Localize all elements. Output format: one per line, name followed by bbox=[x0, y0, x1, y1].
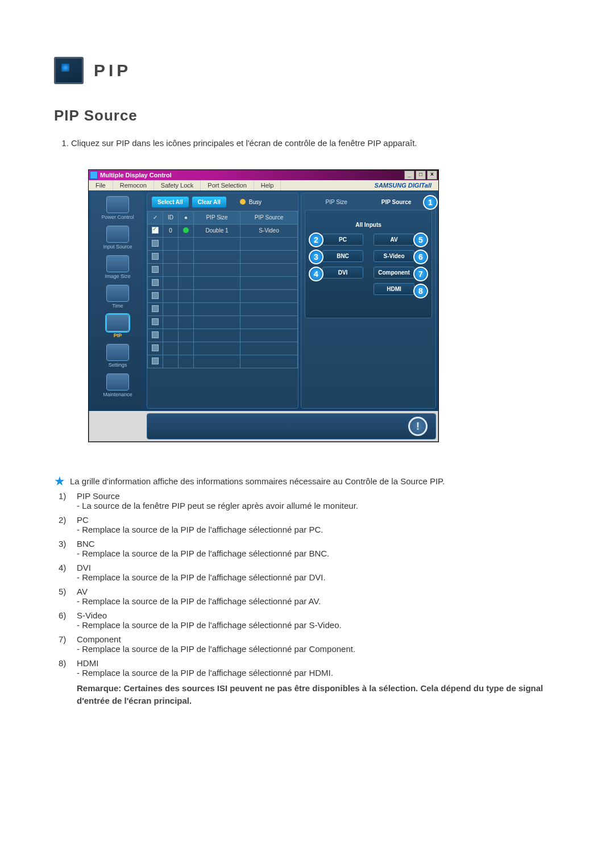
power-icon bbox=[106, 196, 129, 213]
col-check[interactable]: ✓ bbox=[148, 211, 163, 224]
row-pipsize: Double 1 bbox=[194, 224, 240, 237]
row-checkbox[interactable] bbox=[152, 266, 159, 273]
footer-panel: ! bbox=[147, 413, 436, 439]
row-checkbox[interactable] bbox=[152, 331, 159, 338]
av-button[interactable]: AV bbox=[374, 234, 414, 246]
row-pipsource: S-Video bbox=[240, 224, 298, 237]
sidebar-item-settings[interactable]: Settings bbox=[91, 344, 144, 368]
table-row bbox=[148, 263, 298, 276]
brand-label: SAMSUNG DIGITall bbox=[368, 180, 438, 190]
pip-source-panel: PIP Size PIP Source 1 All Inputs PC AV B… bbox=[301, 193, 436, 409]
table-row bbox=[148, 276, 298, 289]
row-checkbox[interactable] bbox=[152, 279, 159, 286]
col-id: ID bbox=[163, 211, 179, 224]
col-status: ● bbox=[179, 211, 194, 224]
list-item: 6)S-Video - Remplace la source de la PIP… bbox=[59, 610, 563, 630]
table-row: 0 Double 1 S-Video bbox=[148, 224, 298, 237]
row-checkbox[interactable] bbox=[152, 292, 159, 299]
maximize-button[interactable]: □ bbox=[416, 171, 426, 180]
clear-all-button[interactable]: Clear All bbox=[192, 197, 226, 207]
titlebar: Multiple Display Control _ □ × bbox=[89, 170, 438, 180]
svideo-button[interactable]: S-Video bbox=[374, 250, 414, 262]
time-icon bbox=[106, 285, 129, 302]
sidebar-item-maintenance[interactable]: Maintenance bbox=[91, 373, 144, 397]
info-icon[interactable]: ! bbox=[408, 417, 428, 436]
callout-6: 6 bbox=[413, 250, 428, 264]
callout-2: 2 bbox=[309, 232, 323, 247]
menu-file[interactable]: File bbox=[89, 180, 113, 190]
all-inputs-label: All Inputs bbox=[311, 222, 426, 228]
dvi-button[interactable]: DVI bbox=[322, 267, 363, 279]
display-table: ✓ ID ● PIP Size PIP Source 0 Double 1 S-… bbox=[147, 211, 298, 368]
row-checkbox[interactable] bbox=[152, 227, 159, 234]
row-checkbox[interactable] bbox=[152, 240, 159, 247]
busy-icon bbox=[240, 199, 246, 205]
table-row bbox=[148, 329, 298, 342]
sidebar-item-time[interactable]: Time bbox=[91, 285, 144, 309]
row-checkbox[interactable] bbox=[152, 358, 159, 364]
mdc-window: Multiple Display Control _ □ × File Remo… bbox=[88, 169, 439, 442]
callout-1: 1 bbox=[423, 195, 438, 210]
tab-pip-source[interactable]: PIP Source bbox=[381, 199, 412, 205]
tab-pip-size[interactable]: PIP Size bbox=[326, 199, 347, 205]
list-item: 2)PC - Remplace la source de la PIP de l… bbox=[59, 515, 563, 534]
sidebar-item-input[interactable]: Input Source bbox=[91, 226, 144, 250]
menu-help[interactable]: Help bbox=[254, 180, 281, 190]
row-checkbox[interactable] bbox=[152, 253, 159, 260]
hdmi-button[interactable]: HDMI bbox=[374, 283, 414, 295]
row-id: 0 bbox=[163, 224, 179, 237]
sidebar-item-imagesize[interactable]: Image Size bbox=[91, 255, 144, 279]
col-pipsize: PIP Size bbox=[194, 211, 240, 224]
callout-3: 3 bbox=[309, 250, 323, 264]
callout-5: 5 bbox=[413, 232, 428, 247]
app-icon bbox=[90, 171, 98, 179]
busy-label: Busy bbox=[249, 199, 262, 205]
star-text: La grille d'information affiche des info… bbox=[70, 476, 445, 487]
page-title: PIP bbox=[94, 61, 131, 80]
imagesize-icon bbox=[106, 255, 129, 272]
pip-icon bbox=[106, 314, 129, 331]
callout-7: 7 bbox=[413, 267, 428, 281]
star-icon: ★ bbox=[54, 476, 65, 487]
info-grid-panel: Select All Clear All Busy ✓ ID ● PIP Siz… bbox=[147, 193, 298, 409]
pc-button[interactable]: PC bbox=[322, 234, 363, 246]
table-row bbox=[148, 315, 298, 329]
bnc-button[interactable]: BNC bbox=[322, 250, 363, 262]
list-item: 3)BNC - Remplace la source de la PIP de … bbox=[59, 539, 563, 558]
menu-portsel[interactable]: Port Selection bbox=[201, 180, 254, 190]
menu-safetylock[interactable]: Safety Lock bbox=[154, 180, 201, 190]
row-checkbox[interactable] bbox=[152, 344, 159, 351]
window-title: Multiple Display Control bbox=[100, 172, 172, 178]
section-subtitle: PIP Source bbox=[54, 107, 563, 124]
select-all-button[interactable]: Select All bbox=[152, 197, 189, 207]
col-pipsource: PIP Source bbox=[240, 211, 298, 224]
callout-4: 4 bbox=[309, 267, 323, 281]
input-icon bbox=[106, 226, 129, 243]
maintenance-icon bbox=[106, 373, 129, 391]
row-status-icon bbox=[183, 227, 189, 233]
settings-icon bbox=[106, 344, 129, 361]
table-row bbox=[148, 302, 298, 315]
table-row bbox=[148, 250, 298, 263]
table-row bbox=[148, 289, 298, 302]
minimize-button[interactable]: _ bbox=[404, 171, 414, 180]
sidebar-item-pip[interactable]: PIP bbox=[91, 314, 144, 338]
row-checkbox[interactable] bbox=[152, 318, 159, 325]
menu-remocon[interactable]: Remocon bbox=[113, 180, 154, 190]
list-item: 7)Component - Remplace la source de la P… bbox=[59, 634, 563, 654]
step-1: Cliquez sur PIP dans les icônes principa… bbox=[71, 137, 563, 150]
list-item: 5)AV - Remplace la source de la PIP de l… bbox=[59, 587, 563, 606]
sidebar-item-power[interactable]: Power Control bbox=[91, 196, 144, 220]
monitor-pip-icon bbox=[54, 57, 84, 84]
list-item: 4)DVI - Remplace la source de la PIP de … bbox=[59, 563, 563, 582]
row-checkbox[interactable] bbox=[152, 305, 159, 312]
callout-8: 8 bbox=[413, 284, 428, 298]
sidebar: Power Control Input Source Image Size Ti… bbox=[91, 193, 144, 409]
component-button[interactable]: Component bbox=[374, 267, 414, 279]
list-item: 1)PIP Source - La source de la fenêtre P… bbox=[59, 491, 563, 510]
close-button[interactable]: × bbox=[427, 171, 437, 180]
list-item: 8)HDMI - Remplace la source de la PIP de… bbox=[59, 658, 563, 678]
remark: Remarque: Certaines des sources ISI peuv… bbox=[77, 682, 563, 708]
table-row bbox=[148, 355, 298, 368]
table-row bbox=[148, 342, 298, 355]
